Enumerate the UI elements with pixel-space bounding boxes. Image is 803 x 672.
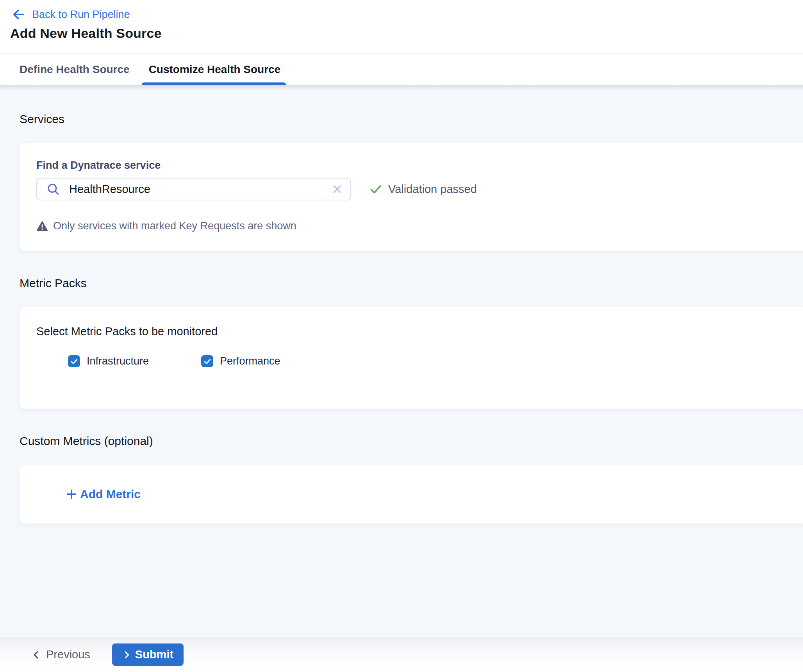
checkbox-performance[interactable]: Performance: [201, 355, 280, 367]
find-service-label: Find a Dynatrace service: [36, 159, 787, 172]
add-metric-button[interactable]: Add Metric: [66, 488, 141, 501]
clear-search-icon[interactable]: [332, 184, 343, 195]
service-search-input[interactable]: [68, 182, 332, 196]
back-link-label: Back to Run Pipeline: [32, 9, 130, 21]
checkbox-infrastructure[interactable]: Infrastructure: [68, 355, 149, 367]
metric-pack-options: Infrastructure Performance: [36, 355, 787, 367]
arrow-left-icon: [12, 7, 26, 21]
submit-label: Submit: [135, 648, 173, 661]
previous-button[interactable]: Previous: [32, 648, 90, 661]
chevron-left-icon: [32, 649, 41, 661]
checkbox-label: Performance: [220, 355, 280, 367]
custom-metrics-card: Add Metric: [20, 465, 803, 524]
validation-text: Validation passed: [388, 183, 477, 196]
check-icon: [369, 182, 382, 196]
add-metric-label: Add Metric: [80, 488, 141, 501]
warning-text: Only services with marked Key Requests a…: [53, 220, 296, 232]
wizard-footer: Previous Submit: [0, 637, 803, 672]
checkbox-icon: [201, 355, 213, 367]
page-header: Back to Run Pipeline Add New Health Sour…: [0, 0, 803, 54]
customize-health-source-panel: Services Find a Dynatrace service: [0, 85, 803, 637]
back-to-run-pipeline-link[interactable]: Back to Run Pipeline: [10, 6, 130, 23]
services-card: Find a Dynatrace service: [20, 143, 803, 251]
page-title: Add New Health Source: [10, 26, 803, 41]
warning-icon: [36, 221, 48, 232]
services-warning: Only services with marked Key Requests a…: [36, 220, 787, 232]
previous-label: Previous: [46, 648, 90, 661]
health-source-tabs: Define Health Source Customize Health So…: [0, 54, 803, 85]
checkbox-icon: [68, 355, 80, 367]
submit-button[interactable]: Submit: [112, 643, 184, 666]
tab-customize-health-source[interactable]: Customize Health Source: [149, 54, 281, 85]
metric-packs-card: Select Metric Packs to be monitored Infr…: [20, 307, 803, 409]
custom-metrics-heading: Custom Metrics (optional): [20, 434, 803, 448]
search-icon: [46, 182, 60, 196]
checkbox-label: Infrastructure: [87, 355, 149, 367]
plus-icon: [66, 488, 77, 500]
metric-packs-heading: Metric Packs: [20, 277, 803, 290]
services-heading: Services: [20, 113, 803, 126]
metric-packs-subtitle: Select Metric Packs to be monitored: [36, 325, 787, 338]
validation-status: Validation passed: [369, 182, 477, 196]
chevron-right-icon: [122, 649, 131, 660]
service-search-box: [36, 178, 351, 200]
tab-define-health-source[interactable]: Define Health Source: [20, 54, 130, 85]
